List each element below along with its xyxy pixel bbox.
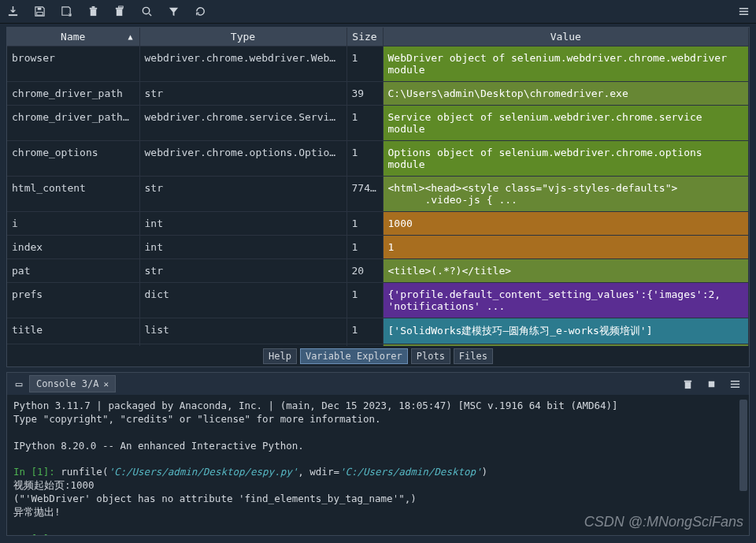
var-type: webdriver.chrome.options.Options [139,141,346,177]
table-row[interactable]: indexint11 [7,236,749,259]
table-row[interactable]: titlelist1['SolidWorks建模技巧—圆角练习_e-works视… [7,318,749,344]
var-name: i [7,212,139,236]
var-name: chrome_driver_path [7,82,139,106]
console-tab-label: Console 3/A [36,378,98,389]
table-row[interactable]: chrome_optionswebdriver.chrome.options.O… [7,141,749,177]
tab-variable-explorer[interactable]: Variable Explorer [300,348,408,364]
close-icon[interactable]: ✕ [103,379,109,389]
table-row[interactable]: html_contentstr77430<html><head><style c… [7,177,749,212]
import-icon[interactable] [6,6,19,18]
var-name: title [7,318,139,344]
var-value[interactable]: 1000 [383,212,749,236]
svg-rect-0 [8,14,17,16]
tab-plots[interactable]: Plots [411,348,450,364]
var-name: browser [7,46,139,82]
var-type: str [139,259,346,283]
delete-icon[interactable] [87,6,99,18]
refresh-icon[interactable] [194,6,206,18]
col-header-type[interactable]: Type [139,28,346,46]
var-size: 20 [346,259,383,283]
variables-table: Name▲ Type Size Value browserwebdriver.c… [7,28,749,346]
var-value[interactable]: {'profile.default_content_setting_values… [383,283,749,318]
var-name: html_content [7,177,139,212]
console-output[interactable]: Python 3.11.7 | packaged by Anaconda, In… [7,395,749,535]
svg-rect-2 [36,12,43,15]
console-scrollbar[interactable] [739,400,747,530]
var-type: int [139,236,346,259]
var-size: 1 [346,212,383,236]
var-size: 1 [346,141,383,177]
var-type: list [139,318,346,344]
svg-rect-4 [89,8,96,9]
var-size: 39 [346,82,383,106]
var-type: dict [139,283,346,318]
var-size: 77430 [346,177,383,212]
var-size: 1 [346,46,383,82]
svg-rect-12 [708,381,714,387]
var-value[interactable]: 1 [383,236,749,259]
var-size: 1 [346,318,383,344]
var-name: prefs [7,283,139,318]
interrupt-icon[interactable] [705,377,717,390]
sort-asc-icon: ▲ [128,32,132,41]
var-name: index [7,236,139,259]
save-icon[interactable] [33,6,46,18]
svg-rect-11 [684,380,691,381]
col-header-value[interactable]: Value [383,28,749,46]
var-size: 1 [346,106,383,141]
pane-tabs: Help Variable Explorer Plots Files [7,346,749,366]
variable-explorer-pane: Name▲ Type Size Value browserwebdriver.c… [6,27,750,367]
table-row[interactable]: browserwebdriver.chrome.webdriver.WebDri… [7,46,749,82]
add-console-tab[interactable]: ▭ [10,377,28,390]
svg-rect-3 [90,9,96,16]
var-value[interactable]: Options object of selenium.webdriver.chr… [383,141,749,177]
delete-all-icon[interactable] [113,6,126,18]
top-toolbar [0,0,756,24]
clear-console-icon[interactable] [681,377,694,390]
console-tab[interactable]: Console 3/A ✕ [29,375,116,392]
var-name: chrome_options [7,141,139,177]
var-type: str [139,82,346,106]
var-value[interactable]: ['SolidWorks建模技巧—圆角练习_e-works视频培训'] [383,318,749,344]
var-value[interactable]: <title>(.*?)</title> [383,259,749,283]
table-row[interactable]: patstr20<title>(.*?)</title> [7,259,749,283]
tab-help[interactable]: Help [263,348,297,364]
var-type: webdriver.chrome.webdriver.WebDriver [139,46,346,82]
filter-icon[interactable] [167,6,180,18]
table-row[interactable]: prefsdict1{'profile.default_content_sett… [7,283,749,318]
var-size: 1 [346,236,383,259]
var-type: int [139,212,346,236]
var-name: chrome_driver_path_obj [7,106,139,141]
var-value[interactable]: <html><head><style class="vjs-styles-def… [383,177,749,212]
svg-rect-1 [37,8,41,10]
hamburger-icon[interactable] [737,6,750,18]
var-name: pat [7,259,139,283]
var-value[interactable]: Service object of selenium.webdriver.chr… [383,106,749,141]
svg-rect-10 [684,381,691,388]
tab-files[interactable]: Files [454,348,493,364]
svg-rect-5 [91,6,94,8]
var-type: str [139,177,346,212]
console-menu-icon[interactable] [728,377,741,390]
table-row[interactable]: iint11000 [7,212,749,236]
var-value[interactable]: WebDriver object of selenium.webdriver.c… [383,46,749,82]
col-header-name[interactable]: Name▲ [7,28,139,46]
table-row[interactable]: chrome_driver_pathstr39C:\Users\admin\De… [7,82,749,106]
svg-point-9 [143,7,149,13]
col-header-size[interactable]: Size [346,28,383,46]
svg-rect-6 [116,9,122,16]
var-type: webdriver.chrome.service.Service [139,106,346,141]
svg-rect-8 [118,6,123,8]
table-row[interactable]: chrome_driver_path_objwebdriver.chrome.s… [7,106,749,141]
search-icon[interactable] [140,6,153,18]
save-as-icon[interactable] [60,6,72,18]
console-pane: ▭ Console 3/A ✕ Python 3.11.7 | packaged… [6,372,750,536]
var-size: 1 [346,283,383,318]
var-value[interactable]: C:\Users\admin\Desktop\chromedriver.exe [383,82,749,106]
